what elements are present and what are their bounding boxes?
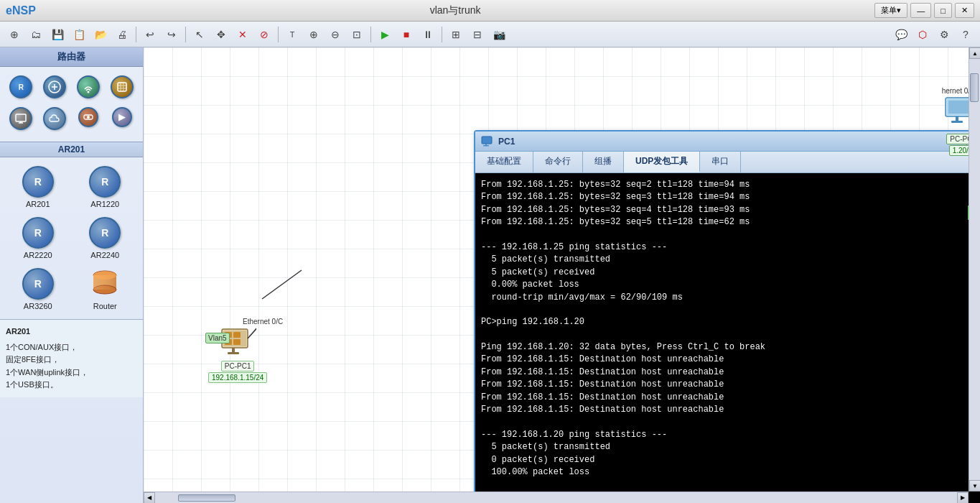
zoom-out-button[interactable]: ⊖ (325, 24, 345, 45)
terminal-title-bar: PC1 — □ ✕ (475, 131, 980, 152)
sidebar-icon-ar[interactable]: R (6, 73, 37, 101)
line-10: round-trip min/avg/max = 62/90/109 ms (481, 292, 980, 304)
cloud-icon (43, 107, 66, 130)
zoom-in-button[interactable]: ⊕ (304, 24, 324, 45)
ar1220-device-icon: R (89, 166, 121, 198)
start-button[interactable]: ▶ (375, 24, 395, 45)
line-12: PC>ping 192.168.1.20 (481, 316, 980, 328)
svg-rect-3 (16, 114, 26, 121)
ar2240-label: AR2240 (90, 251, 119, 259)
text-button[interactable]: T (282, 24, 302, 45)
ar2220-label: AR2220 (24, 251, 52, 259)
save-button[interactable]: 💾 (47, 24, 67, 45)
huawei-button[interactable]: ⬡ (913, 24, 933, 45)
terminal-title-text: PC1 (498, 137, 515, 147)
sidebar-router-header: 路由器 (0, 47, 143, 67)
open-topo-button[interactable]: 🗂 (26, 24, 46, 45)
line-15: From 192.168.1.15: Destination host unre… (481, 354, 980, 366)
v-scroll-thumb[interactable] (970, 73, 979, 102)
line-22: 5 packet(s) transmitted (481, 441, 980, 453)
description-text: 1个CON/AUX接口， 固定8FE接口， 1个WAN侧uplink接口， 1个… (6, 341, 137, 392)
sidebar-icon-more[interactable]: ▶ (106, 104, 137, 133)
capture-button[interactable]: 📷 (489, 24, 509, 45)
device-ar3260[interactable]: R AR3260 (6, 265, 70, 313)
line-23: 0 packet(s) received (481, 454, 980, 466)
pc1-ip: 192.168.1.15/24 (208, 372, 267, 383)
svg-rect-17 (233, 332, 241, 338)
redo-button[interactable]: ↪ (162, 24, 182, 45)
pc1-name: PC-PC1 (221, 361, 255, 372)
terminal-title: PC1 (481, 136, 515, 147)
restore-button[interactable]: □ (934, 3, 952, 18)
toolbar-sep-3 (278, 27, 279, 42)
line-21: --- 192.168.1.20 ping statistics --- (481, 429, 980, 441)
svg-rect-28 (948, 101, 969, 114)
grid-button[interactable]: ⊟ (467, 24, 487, 45)
device-grid: R AR201 R AR1220 R AR2220 R AR2240 R AR3… (0, 157, 143, 319)
sidebar-icon-hub[interactable] (73, 104, 104, 133)
title-bar-controls[interactable]: 菜单▾ — □ ✕ (874, 3, 974, 18)
export-button[interactable]: 📋 (69, 24, 89, 45)
scroll-up-btn[interactable]: ▲ (969, 47, 980, 59)
device-ar1220[interactable]: R AR1220 (73, 163, 138, 211)
select-button[interactable]: ↖ (190, 24, 210, 45)
import-button[interactable]: 📂 (90, 24, 111, 45)
undo-button[interactable]: ↩ (140, 24, 160, 45)
tab-command-line[interactable]: 命令行 (533, 152, 583, 172)
topology-button[interactable]: ⊞ (446, 24, 466, 45)
more-icon: ▶ (112, 107, 132, 127)
sidebar-icon-pc[interactable] (6, 104, 37, 133)
help-button[interactable]: ? (956, 24, 976, 45)
line-6: --- 192.168.1.25 ping statistics --- (481, 241, 980, 254)
minimize-button[interactable]: — (910, 3, 931, 18)
line-5 (481, 229, 980, 241)
fit-button[interactable]: ⊡ (347, 24, 367, 45)
terminal-tabs: 基础配置 命令行 组播 UDP发包工具 串口 (475, 152, 980, 173)
device-router[interactable]: Router (73, 265, 138, 313)
device-ar2240[interactable]: R AR2240 (73, 214, 138, 262)
settings-button[interactable]: ⚙ (934, 24, 954, 45)
sidebar-icon-switch[interactable] (39, 73, 70, 101)
svg-rect-15 (228, 352, 239, 354)
ar3260-label: AR3260 (24, 302, 52, 310)
svg-rect-21 (482, 137, 492, 144)
scroll-left-btn[interactable]: ◀ (144, 492, 155, 504)
h-scroll-thumb[interactable] (178, 494, 235, 502)
scroll-down-btn[interactable]: ▼ (969, 480, 980, 492)
menu-button[interactable]: 菜单▾ (874, 3, 907, 18)
bottom-scrollbar: ◀ ▶ (144, 492, 969, 503)
print-button[interactable]: 🖨 (112, 24, 132, 45)
sidebar-icon-wireless[interactable] (73, 73, 104, 101)
tab-multicast[interactable]: 组播 (583, 152, 624, 172)
tab-basic-config[interactable]: 基础配置 (475, 152, 533, 172)
cancel-button[interactable]: ⊘ (254, 24, 274, 45)
stop-button[interactable]: ■ (396, 24, 416, 45)
terminal-body[interactable]: From 192.168.1.25: bytes=32 seq=2 ttl=12… (475, 173, 980, 503)
line-18: From 192.168.1.15: Destination host unre… (481, 392, 980, 404)
line-20 (481, 416, 980, 428)
pause-button[interactable]: ⏸ (418, 24, 438, 45)
sidebar-icon-cloud[interactable] (39, 104, 70, 133)
hub-icon (78, 107, 98, 127)
scroll-right-btn[interactable]: ▶ (957, 492, 969, 504)
tab-serial[interactable]: 串口 (700, 152, 741, 172)
delete-button[interactable]: ✕ (233, 24, 253, 45)
chat-button[interactable]: 💬 (891, 24, 911, 45)
toolbar-sep-2 (185, 27, 186, 42)
pc1-label: Vlan5 (205, 333, 230, 343)
new-button[interactable]: ⊕ (4, 24, 24, 45)
wireless-icon (77, 75, 100, 98)
toolbar-sep-4 (370, 27, 371, 42)
svg-rect-19 (233, 339, 241, 345)
pc-pc1-element[interactable]: Ethernet 0/C Vlan5 (208, 328, 267, 383)
sidebar-icon-firewall[interactable] (106, 73, 137, 101)
tab-udp-tool[interactable]: UDP发包工具 (624, 152, 700, 172)
close-button[interactable]: ✕ (955, 3, 974, 18)
move-button[interactable]: ✥ (211, 24, 231, 45)
device-ar201[interactable]: R AR201 (6, 163, 70, 211)
canvas-area[interactable]: Ethernet 0/C Vlan5 (144, 47, 980, 503)
svg-point-1 (87, 91, 89, 93)
device-ar2220[interactable]: R AR2220 (6, 214, 70, 262)
line-13 (481, 329, 980, 341)
line-3: From 192.168.1.25: bytes=32 seq=4 ttl=12… (481, 204, 980, 216)
